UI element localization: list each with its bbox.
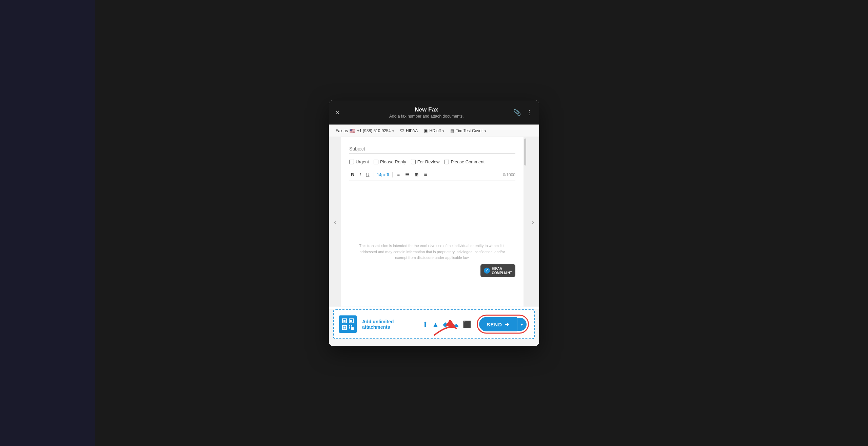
char-count: 0/1000	[503, 172, 515, 177]
svg-rect-3	[343, 320, 346, 322]
send-arrow-icon: ➜	[505, 321, 510, 327]
scrollbar-thumb[interactable]	[524, 139, 526, 166]
box-icon[interactable]: ⬛	[463, 320, 471, 328]
more-options-icon[interactable]: ⋮	[526, 109, 532, 116]
qr-code	[339, 316, 357, 333]
hipaa-badge: ✓ HIPAA COMPLIANT	[480, 264, 515, 277]
send-dropdown-button[interactable]: ▾	[517, 318, 527, 331]
please-reply-label: Please Reply	[380, 159, 406, 164]
upload-icon[interactable]: ⬆	[422, 320, 428, 328]
cover-label: Tim Test Cover	[456, 128, 483, 133]
hipaa-badge-text: HIPAA COMPLIANT	[492, 266, 512, 275]
scrollbar-area	[524, 137, 527, 307]
modal-title: New Fax	[340, 106, 513, 113]
font-size-value: 14px	[377, 172, 386, 177]
sidebar	[0, 0, 95, 446]
hipaa-badge-area: ✓ HIPAA COMPLIANT	[349, 264, 515, 277]
fmt-separator-1	[374, 172, 374, 177]
modal-header: × New Fax Add a fax number and attach do…	[329, 100, 539, 125]
image-button[interactable]: ⊞	[413, 171, 420, 178]
svg-rect-12	[349, 327, 350, 329]
hipaa-label: HIPAA	[406, 128, 418, 133]
please-comment-label: Please Comment	[451, 159, 485, 164]
hipaa-item[interactable]: 🛡 HIPAA	[400, 128, 418, 133]
prev-arrow[interactable]: ‹	[329, 137, 341, 307]
cover-item[interactable]: ▤ Tim Test Cover ▾	[450, 128, 486, 133]
qr-code-svg	[341, 317, 355, 331]
next-arrow[interactable]: ›	[527, 137, 539, 307]
hd-item[interactable]: ▣ HD off ▾	[424, 128, 444, 133]
compose-textarea[interactable]	[349, 181, 515, 235]
fax-as-item[interactable]: Fax as 🇺🇸 +1 (938) 510-9254 ▾	[336, 128, 394, 134]
fmt-separator-2	[392, 172, 393, 177]
urgent-label: Urgent	[356, 159, 369, 164]
send-button-wrapper: SEND ➜ ▾	[479, 317, 527, 331]
send-button-highlight: SEND ➜ ▾	[477, 315, 529, 334]
please-reply-checkbox-label[interactable]: Please Reply	[374, 159, 406, 164]
format-toolbar: B I U 14px ⇅ ≡ ☰ ⊞ ≣ 0/1000	[349, 169, 515, 181]
hd-chevron-icon: ▾	[442, 129, 444, 133]
cover-icon: ▤	[450, 128, 454, 133]
urgent-checkbox-label[interactable]: Urgent	[349, 159, 369, 164]
italic-button[interactable]: I	[358, 171, 362, 178]
please-comment-checkbox[interactable]	[444, 159, 449, 164]
for-review-checkbox-label[interactable]: For Review	[411, 159, 440, 164]
disclaimer-text: This transmission is intended for the ex…	[349, 243, 515, 261]
hd-icon: ▣	[424, 128, 428, 133]
phone-number: +1 (938) 510-9254	[357, 128, 391, 133]
font-size-selector[interactable]: 14px ⇅	[377, 172, 390, 177]
modal-header-center: New Fax Add a fax number and attach docu…	[340, 106, 513, 119]
modal-header-actions: 📎 ⋮	[513, 109, 532, 116]
checkboxes-row: Urgent Please Reply For Review Please Co…	[349, 159, 515, 164]
for-review-checkbox[interactable]	[411, 159, 416, 164]
modal-body: ‹ Urgent Please Reply	[329, 137, 539, 307]
send-label: SEND	[487, 321, 502, 327]
modal-wrapper: × New Fax Add a fax number and attach do…	[329, 100, 539, 346]
svg-rect-6	[350, 320, 352, 322]
hipaa-shield-icon: 🛡	[400, 128, 404, 133]
please-comment-checkbox-label[interactable]: Please Comment	[444, 159, 485, 164]
fax-toolbar: Fax as 🇺🇸 +1 (938) 510-9254 ▾ 🛡 HIPAA ▣ …	[329, 125, 539, 137]
cover-chevron-icon: ▾	[485, 129, 486, 133]
phone-chevron-icon: ▾	[392, 129, 394, 133]
hipaa-badge-line2: COMPLIANT	[492, 270, 512, 275]
align-button[interactable]: ≡	[395, 171, 401, 178]
bullet-list-button[interactable]: ≣	[422, 171, 429, 178]
flag-icon: 🇺🇸	[350, 128, 355, 134]
ordered-list-button[interactable]: ☰	[403, 171, 411, 178]
close-button[interactable]: ×	[336, 109, 340, 116]
add-attachments-label: Add unlimited attachments	[362, 319, 417, 330]
urgent-checkbox[interactable]	[349, 159, 354, 164]
svg-rect-9	[343, 327, 346, 329]
svg-rect-13	[351, 327, 354, 330]
attachment-icon[interactable]: 📎	[513, 109, 521, 116]
modal-subtitle: Add a fax number and attach documents.	[340, 114, 513, 119]
hd-label: HD off	[429, 128, 441, 133]
please-reply-checkbox[interactable]	[374, 159, 378, 164]
for-review-label: For Review	[417, 159, 440, 164]
svg-rect-10	[349, 325, 350, 327]
footer-area: Add unlimited attachments ⬆ ▲ ◆ ☁ ⬛ SEND…	[329, 309, 539, 346]
svg-rect-11	[351, 325, 352, 327]
fax-as-label: Fax as	[336, 128, 348, 133]
arrow-annotation	[432, 320, 459, 339]
hipaa-badge-line1: HIPAA	[492, 266, 512, 270]
hipaa-check-icon: ✓	[484, 267, 490, 273]
form-area: Urgent Please Reply For Review Please Co…	[341, 137, 524, 307]
send-button[interactable]: SEND ➜	[479, 317, 517, 331]
font-size-arrows: ⇅	[386, 172, 390, 177]
subject-input[interactable]	[349, 144, 515, 154]
arrow-svg	[432, 320, 459, 337]
bold-button[interactable]: B	[349, 171, 356, 178]
underline-button[interactable]: U	[364, 171, 371, 178]
new-fax-modal: × New Fax Add a fax number and attach do…	[329, 100, 539, 346]
